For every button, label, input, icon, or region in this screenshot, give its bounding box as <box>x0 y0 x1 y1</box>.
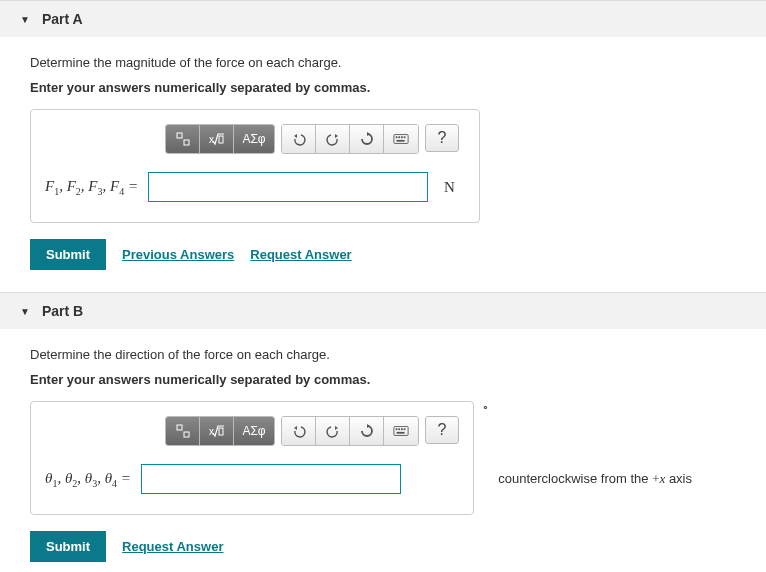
svg-rect-4 <box>394 135 408 144</box>
input-row: θ1, θ2, θ3, θ4 = <box>45 464 459 494</box>
toolbar-group-edit <box>281 124 419 154</box>
template-root-icon[interactable]: x <box>200 125 234 153</box>
part-a-body: Determine the magnitude of the force on … <box>0 37 766 292</box>
variable-label: θ1, θ2, θ3, θ4 = <box>45 470 131 489</box>
svg-rect-10 <box>177 425 182 430</box>
template-fraction-icon[interactable] <box>166 125 200 153</box>
part-b-title: Part B <box>42 303 83 319</box>
unit-label: N <box>444 179 455 196</box>
part-b: ▼ Part B Determine the direction of the … <box>0 292 766 572</box>
svg-rect-19 <box>397 432 405 434</box>
answer-region: x ΑΣφ <box>30 109 480 223</box>
svg-rect-16 <box>398 428 400 430</box>
svg-text:x: x <box>209 134 214 145</box>
svg-rect-7 <box>401 136 403 138</box>
part-b-header[interactable]: ▼ Part B <box>0 293 766 329</box>
svg-rect-14 <box>394 427 408 436</box>
svg-rect-17 <box>401 428 403 430</box>
redo-icon[interactable] <box>316 417 350 445</box>
help-button[interactable]: ? <box>425 416 459 444</box>
input-toolbar: x ΑΣφ <box>165 124 465 154</box>
submit-button[interactable]: Submit <box>30 531 106 562</box>
request-answer-link[interactable]: Request Answer <box>250 247 351 262</box>
answer-region: x ΑΣφ <box>30 401 474 515</box>
instruction-text: Enter your answers numerically separated… <box>30 372 736 387</box>
part-b-body: Determine the direction of the force on … <box>0 329 766 572</box>
reset-icon[interactable] <box>350 125 384 153</box>
degree-symbol: ∘ <box>482 401 489 413</box>
greek-letters-button[interactable]: ΑΣφ <box>234 417 274 445</box>
svg-rect-6 <box>398 136 400 138</box>
template-fraction-icon[interactable] <box>166 417 200 445</box>
part-a-header[interactable]: ▼ Part A <box>0 1 766 37</box>
actions-row: Submit Request Answer <box>30 531 736 562</box>
toolbar-group-edit <box>281 416 419 446</box>
keyboard-icon[interactable] <box>384 125 418 153</box>
part-a-title: Part A <box>42 11 83 27</box>
undo-icon[interactable] <box>282 125 316 153</box>
input-row: F1, F2, F3, F4 = N <box>45 172 465 202</box>
help-button[interactable]: ? <box>425 124 459 152</box>
svg-text:x: x <box>209 426 214 437</box>
previous-answers-link[interactable]: Previous Answers <box>122 247 234 262</box>
request-answer-link[interactable]: Request Answer <box>122 539 223 554</box>
input-toolbar: x ΑΣφ <box>165 416 459 446</box>
svg-rect-13 <box>219 428 223 435</box>
answer-input[interactable] <box>141 464 401 494</box>
svg-rect-18 <box>404 428 406 430</box>
svg-rect-1 <box>184 140 189 145</box>
svg-rect-11 <box>184 432 189 437</box>
prompt-text: Determine the direction of the force on … <box>30 347 736 362</box>
submit-button[interactable]: Submit <box>30 239 106 270</box>
prompt-text: Determine the magnitude of the force on … <box>30 55 736 70</box>
toolbar-group-templates: x ΑΣφ <box>165 416 275 446</box>
answer-input[interactable] <box>148 172 428 202</box>
keyboard-icon[interactable] <box>384 417 418 445</box>
svg-rect-15 <box>396 428 398 430</box>
caret-down-icon: ▼ <box>20 14 30 25</box>
svg-rect-5 <box>396 136 398 138</box>
template-root-icon[interactable]: x <box>200 417 234 445</box>
caret-down-icon: ▼ <box>20 306 30 317</box>
svg-rect-9 <box>397 140 405 142</box>
reset-icon[interactable] <box>350 417 384 445</box>
greek-letters-button[interactable]: ΑΣφ <box>234 125 274 153</box>
variable-label: F1, F2, F3, F4 = <box>45 178 138 197</box>
undo-icon[interactable] <box>282 417 316 445</box>
instruction-text: Enter your answers numerically separated… <box>30 80 736 95</box>
redo-icon[interactable] <box>316 125 350 153</box>
actions-row: Submit Previous Answers Request Answer <box>30 239 736 270</box>
svg-rect-8 <box>404 136 406 138</box>
part-a: ▼ Part A Determine the magnitude of the … <box>0 0 766 292</box>
suffix-text: counterclockwise from the +x axis <box>498 471 692 486</box>
svg-rect-3 <box>219 136 223 143</box>
svg-rect-0 <box>177 133 182 138</box>
toolbar-group-templates: x ΑΣφ <box>165 124 275 154</box>
